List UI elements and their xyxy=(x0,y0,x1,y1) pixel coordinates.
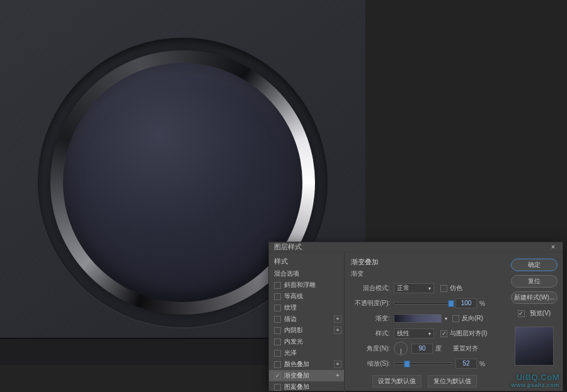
plus-icon[interactable]: + xyxy=(334,315,341,323)
style-contour[interactable]: 等高线 xyxy=(269,291,344,302)
ok-button[interactable]: 确定 xyxy=(511,259,558,271)
style-label: 纹理 xyxy=(284,303,297,312)
row-scale: 缩放(S): 52 % xyxy=(351,357,500,370)
opacity-unit: % xyxy=(479,300,485,307)
checkbox-icon[interactable] xyxy=(274,293,281,300)
style-param-label: 样式: xyxy=(351,329,394,338)
angle-input[interactable]: 90 xyxy=(411,344,433,354)
preview-swatch xyxy=(515,327,554,366)
preview-checkbox[interactable]: ✓ xyxy=(518,310,525,317)
align-label: 与图层对齐(I) xyxy=(450,329,487,338)
angle-dial[interactable] xyxy=(394,342,408,356)
style-pattern-overlay[interactable]: 图案叠加 xyxy=(269,381,344,392)
dither-checkbox[interactable] xyxy=(440,285,447,292)
style-label: 渐变叠加 xyxy=(284,371,309,380)
style-inner-shadow[interactable]: 内阴影 + xyxy=(269,325,344,336)
style-label: 描边 xyxy=(284,315,297,323)
scale-input[interactable]: 52 xyxy=(455,359,477,369)
style-color-overlay[interactable]: 颜色叠加 + xyxy=(269,359,344,370)
style-label: 光泽 xyxy=(284,349,297,357)
checkbox-icon[interactable] xyxy=(274,361,281,368)
checkbox-icon[interactable] xyxy=(274,316,281,323)
params-subsection: 渐变 xyxy=(351,269,500,278)
row-gradient: 渐变: ▾ 反向(R) xyxy=(351,312,500,325)
scale-unit: % xyxy=(479,361,485,367)
row-style: 样式: 线性 ▾ ✓ 与图层对齐(I) xyxy=(351,327,500,340)
dialog-titlebar[interactable]: 图层样式 × xyxy=(269,242,563,252)
checkbox-icon[interactable] xyxy=(274,384,281,391)
slider-thumb-icon[interactable] xyxy=(449,300,454,307)
style-select[interactable]: 线性 ▾ xyxy=(394,328,434,339)
plus-icon[interactable]: + xyxy=(334,372,341,379)
style-value: 线性 xyxy=(397,329,410,338)
style-label: 内阴影 xyxy=(284,326,303,335)
style-inner-glow[interactable]: 内发光 xyxy=(269,336,344,347)
slider-thumb-icon[interactable] xyxy=(404,361,410,367)
scale-slider[interactable] xyxy=(394,362,452,365)
styles-header[interactable]: 样式 xyxy=(269,255,344,268)
checkbox-icon[interactable] xyxy=(274,305,281,311)
checkbox-icon[interactable] xyxy=(274,282,281,289)
make-default-button[interactable]: 设置为默认值 xyxy=(372,375,421,388)
plus-icon[interactable]: + xyxy=(334,327,341,334)
reverse-checkbox[interactable] xyxy=(452,315,459,322)
plus-icon[interactable]: + xyxy=(334,361,341,368)
style-blend-options[interactable]: 混合选项 xyxy=(269,268,344,279)
layer-style-dialog: 图层样式 × 样式 混合选项 斜面和浮雕 等高线 纹理 描边 xyxy=(268,242,563,391)
checkbox-icon[interactable]: ✓ xyxy=(274,372,281,379)
close-icon[interactable]: × xyxy=(549,243,558,252)
style-label: 等高线 xyxy=(284,292,303,301)
chevron-down-icon[interactable]: ▾ xyxy=(445,316,447,322)
opacity-label: 不透明度(P): xyxy=(351,299,394,308)
style-satin[interactable]: 光泽 xyxy=(269,347,344,359)
style-bevel[interactable]: 斜面和浮雕 xyxy=(269,279,344,291)
dialog-title-text: 图层样式 xyxy=(274,242,302,252)
style-texture[interactable]: 纹理 xyxy=(269,302,344,313)
styles-list: 样式 混合选项 斜面和浮雕 等高线 纹理 描边 + xyxy=(269,252,345,392)
scale-label: 缩放(S): xyxy=(351,359,394,368)
reset-default-button[interactable]: 复位为默认值 xyxy=(428,375,477,388)
checkbox-icon[interactable] xyxy=(274,327,281,334)
chevron-down-icon: ▾ xyxy=(426,286,431,291)
style-label: 斜面和浮雕 xyxy=(284,281,316,289)
angle-unit: 度 xyxy=(435,344,442,353)
align-checkbox[interactable]: ✓ xyxy=(440,330,447,337)
gradient-swatch[interactable] xyxy=(394,314,442,323)
reverse-label: 反向(R) xyxy=(462,314,483,323)
checkbox-icon[interactable] xyxy=(274,350,281,357)
opacity-slider[interactable] xyxy=(394,302,452,305)
dither-label: 仿色 xyxy=(450,284,462,293)
style-gradient-overlay[interactable]: ✓ 渐变叠加 + xyxy=(269,370,344,381)
style-label: 内发光 xyxy=(284,337,303,346)
checkbox-icon[interactable] xyxy=(274,339,281,345)
row-angle: 角度(N): 90 度 重置对齐 xyxy=(351,342,500,355)
blend-mode-value: 正常 xyxy=(397,284,410,293)
gradient-label: 渐变: xyxy=(351,314,394,323)
row-opacity: 不透明度(P): 100 % xyxy=(351,297,500,310)
preview-label: 预览(V) xyxy=(530,309,551,318)
ring-inner xyxy=(63,63,302,302)
params-panel: 渐变叠加 渐变 混合模式: 正常 ▾ 仿色 不透明度(P): 100 % xyxy=(345,252,506,392)
angle-label: 角度(N): xyxy=(351,344,394,353)
opacity-input[interactable]: 100 xyxy=(455,298,477,308)
params-section-title: 渐变叠加 xyxy=(351,257,500,267)
reset-align-button[interactable]: 重置对齐 xyxy=(449,344,482,354)
blend-mode-label: 混合模式: xyxy=(351,284,394,293)
dialog-buttons: 确定 复位 新建样式(W)... ✓ 预览(V) xyxy=(506,252,563,392)
cancel-button[interactable]: 复位 xyxy=(511,275,558,288)
style-stroke[interactable]: 描边 + xyxy=(269,313,344,325)
style-label: 图案叠加 xyxy=(284,383,309,391)
blend-mode-select[interactable]: 正常 ▾ xyxy=(394,283,434,293)
style-label: 混合选项 xyxy=(274,269,299,278)
row-blend-mode: 混合模式: 正常 ▾ 仿色 xyxy=(351,282,500,294)
chevron-down-icon: ▾ xyxy=(426,331,431,337)
new-style-button[interactable]: 新建样式(W)... xyxy=(511,291,558,304)
style-label: 颜色叠加 xyxy=(284,360,309,369)
